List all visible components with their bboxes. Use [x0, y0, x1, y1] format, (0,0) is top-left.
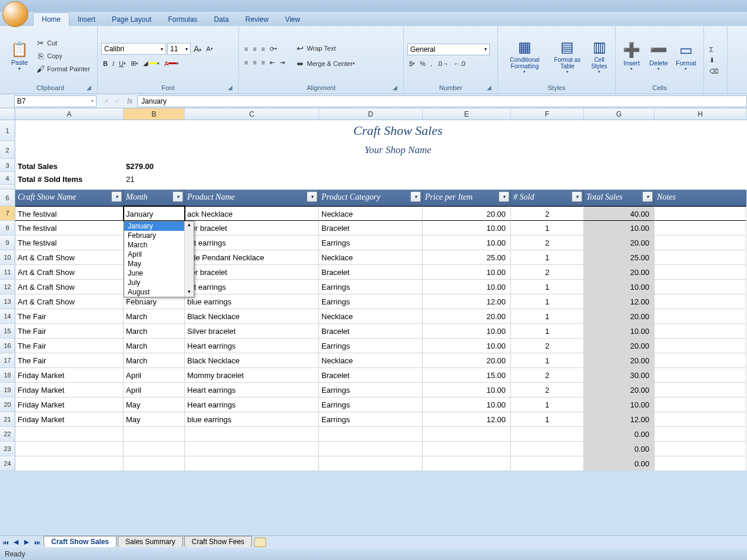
row-header[interactable]: 7: [0, 206, 15, 221]
tab-nav-last[interactable]: ⏭: [32, 537, 42, 548]
cell[interactable]: Earrings: [319, 294, 423, 309]
cell[interactable]: 25.00: [423, 250, 511, 265]
align-right-button[interactable]: ≡: [260, 58, 267, 67]
bold-button[interactable]: B: [101, 59, 109, 68]
cell[interactable]: 10.00: [584, 221, 655, 236]
insert-cells-button[interactable]: ➕Insert▾: [619, 28, 644, 83]
cell[interactable]: [655, 221, 746, 236]
row-header[interactable]: 21: [0, 412, 15, 427]
row-header[interactable]: 9: [0, 236, 15, 250]
row-header[interactable]: 6: [0, 190, 15, 206]
filter-button[interactable]: ▾: [572, 191, 582, 202]
font-name-combo[interactable]: Calibri▾: [101, 43, 166, 55]
cell[interactable]: 20.00: [584, 265, 655, 280]
format-as-table-button[interactable]: ▤Format as Table▾: [550, 28, 585, 83]
cell[interactable]: 10.00: [584, 397, 655, 412]
cell[interactable]: [124, 456, 185, 471]
cell[interactable]: March: [124, 353, 185, 368]
cell[interactable]: Heart earrings: [185, 383, 319, 397]
table-row[interactable]: 20Friday MarketMayHeart earringsEarrings…: [0, 397, 747, 412]
format-painter-button[interactable]: 🖌 Format Painter: [34, 63, 92, 75]
cell[interactable]: ack Necklace: [185, 206, 319, 221]
cell[interactable]: March: [124, 339, 185, 353]
cell[interactable]: 10.00: [423, 236, 511, 250]
cell[interactable]: rple Pendant Necklace: [185, 250, 319, 265]
cell[interactable]: Earrings: [319, 280, 423, 294]
month-dropdown[interactable]: JanuaryFebruaryMarchAprilMayJuneJulyAugu…: [124, 221, 194, 297]
cell[interactable]: Earrings: [319, 236, 423, 250]
cell[interactable]: 20.00: [423, 309, 511, 324]
align-center-button[interactable]: ≡: [251, 58, 258, 67]
align-middle-button[interactable]: ≡: [251, 44, 258, 54]
cell[interactable]: 0.00: [584, 427, 655, 442]
autosum-button[interactable]: Σ: [708, 45, 723, 54]
cell[interactable]: January▾: [124, 206, 185, 221]
table-row[interactable]: 13Art & Craft ShowFebruaryblue earringsE…: [0, 294, 747, 309]
dropdown-scrollbar[interactable]: ▴▾: [184, 221, 194, 297]
cell[interactable]: 0.00: [584, 442, 655, 456]
cell[interactable]: [15, 456, 124, 471]
increase-decimal-button[interactable]: .0→: [435, 59, 450, 68]
border-button[interactable]: ⊞▾: [129, 58, 140, 68]
decrease-indent-button[interactable]: ⇤: [268, 58, 277, 68]
cell[interactable]: [185, 427, 319, 442]
table-row[interactable]: 17The FairMarchBlack NecklaceNecklace20.…: [0, 353, 747, 368]
font-size-combo[interactable]: 11▾: [167, 43, 191, 55]
row-header[interactable]: 23: [0, 442, 15, 456]
tab-data[interactable]: Data: [205, 13, 237, 26]
shrink-font-button[interactable]: A▾: [204, 44, 214, 54]
comma-button[interactable]: ,: [429, 59, 434, 68]
row-header[interactable]: 22: [0, 427, 15, 442]
cell[interactable]: 10.00: [584, 324, 655, 339]
cell[interactable]: [319, 456, 423, 471]
cell[interactable]: 1: [511, 324, 584, 339]
number-format-combo[interactable]: General▾: [407, 44, 490, 55]
cell[interactable]: [423, 456, 511, 471]
row-header[interactable]: 24: [0, 456, 15, 471]
cell[interactable]: 2: [511, 383, 584, 397]
row-header[interactable]: 16: [0, 339, 15, 353]
cell[interactable]: [655, 397, 746, 412]
cell[interactable]: [185, 442, 319, 456]
cell[interactable]: [655, 383, 746, 397]
cell[interactable]: [655, 353, 746, 368]
dropdown-item[interactable]: August: [124, 287, 194, 297]
row-header[interactable]: 13: [0, 294, 15, 309]
tab-review[interactable]: Review: [237, 13, 277, 26]
cell[interactable]: 10.00: [423, 383, 511, 397]
cell[interactable]: Friday Market: [15, 368, 124, 383]
cell-styles-button[interactable]: ▥Cell Styles▾: [587, 28, 612, 83]
fx-icon[interactable]: fx: [122, 97, 137, 105]
row-header[interactable]: 20: [0, 397, 15, 412]
table-row[interactable]: 21Friday MarketMayblue earringsEarrings1…: [0, 412, 747, 427]
cell[interactable]: Necklace: [319, 353, 423, 368]
clipboard-launcher[interactable]: ◢: [85, 84, 92, 91]
align-top-button[interactable]: ≡: [243, 44, 250, 54]
table-row[interactable]: 240.00: [0, 456, 747, 471]
cell[interactable]: Earrings: [319, 383, 423, 397]
cell[interactable]: 12.00: [423, 412, 511, 427]
table-row[interactable]: 19Friday MarketAprilHeart earringsEarrin…: [0, 383, 747, 397]
cell[interactable]: Heart earrings: [185, 339, 319, 353]
name-box[interactable]: B7▾: [14, 95, 97, 107]
cell[interactable]: 20.00: [584, 309, 655, 324]
cell[interactable]: [423, 427, 511, 442]
cell[interactable]: 0.00: [584, 456, 655, 471]
wrap-text-button[interactable]: ↩ Wrap Text: [294, 42, 357, 54]
dropdown-item[interactable]: June: [124, 269, 194, 278]
cell[interactable]: [124, 427, 185, 442]
cell[interactable]: [423, 442, 511, 456]
table-row[interactable]: 7The festivalJanuary▾ack NecklaceNecklac…: [0, 206, 747, 221]
row-header[interactable]: 12: [0, 280, 15, 294]
tab-insert[interactable]: Insert: [69, 13, 104, 26]
row-header[interactable]: 19: [0, 383, 15, 397]
cell[interactable]: Earrings: [319, 339, 423, 353]
row-header[interactable]: 3: [0, 159, 15, 172]
cell[interactable]: May: [124, 412, 185, 427]
cell[interactable]: [15, 427, 124, 442]
cell[interactable]: [319, 442, 423, 456]
cell[interactable]: [511, 427, 584, 442]
row-header[interactable]: 11: [0, 265, 15, 280]
tab-view[interactable]: View: [277, 13, 308, 26]
table-row[interactable]: 230.00: [0, 442, 747, 456]
